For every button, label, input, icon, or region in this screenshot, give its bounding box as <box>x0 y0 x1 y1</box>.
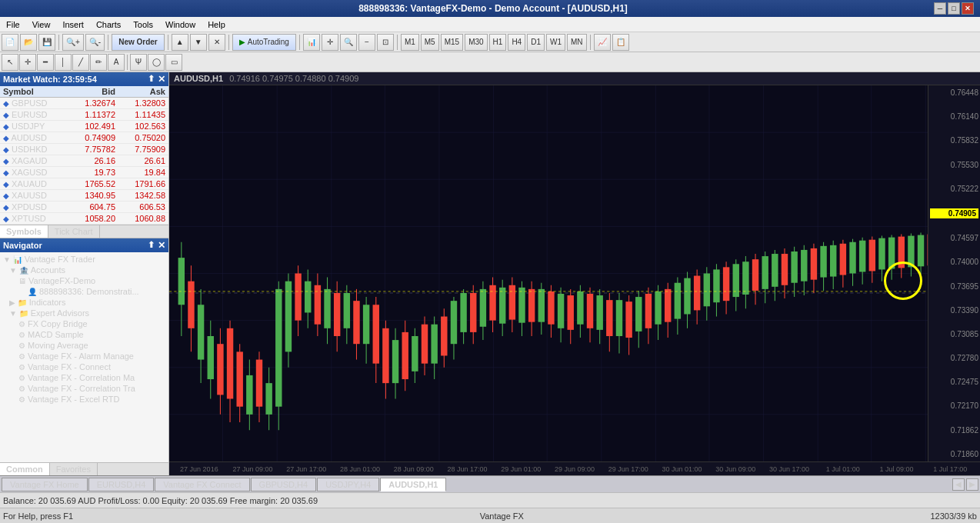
menu-view[interactable]: View <box>26 18 57 31</box>
cursor-button[interactable]: ↖ <box>2 54 18 71</box>
vline-button[interactable]: │ <box>55 54 72 71</box>
zoom-out-button[interactable]: 🔍- <box>85 34 105 51</box>
mw-row[interactable]: ◆ XAGUSD 19.73 19.84 <box>0 167 168 178</box>
menu-insert[interactable]: Insert <box>56 18 90 31</box>
svg-rect-108 <box>587 294 593 328</box>
svg-rect-150 <box>791 252 797 283</box>
close-trade-button[interactable]: ✕ <box>208 34 225 51</box>
time-13: 1 Jul 09:00 <box>870 465 924 473</box>
period-mn[interactable]: MN <box>567 34 587 51</box>
period-d1[interactable]: D1 <box>527 34 545 51</box>
zoom-chart-button[interactable]: 🔍 <box>340 34 357 51</box>
zoom-in-button[interactable]: 🔍+ <box>62 34 84 51</box>
nav-item-8[interactable]: ⚙Moving Average <box>0 340 168 351</box>
maximize-button[interactable]: □ <box>948 2 960 15</box>
nav-item-0[interactable]: ▼ 📊Vantage FX Trader <box>0 254 168 265</box>
nav-item-12[interactable]: ⚙Vantage FX - Correlation Tra <box>0 383 168 394</box>
chart-type-button[interactable]: 📊 <box>303 34 320 51</box>
mw-row[interactable]: ◆ AUDUSD 0.74909 0.75020 <box>0 132 168 144</box>
chart-tab-audusd[interactable]: AUDUSD,H1 <box>380 478 446 491</box>
open-button[interactable]: 📂 <box>20 34 37 51</box>
navigator-scroll[interactable]: ⬆ <box>148 240 155 251</box>
nav-item-7[interactable]: ⚙MACD Sample <box>0 329 168 340</box>
chart-tab-eurusd[interactable]: EURUSD,H4 <box>88 478 155 491</box>
fit-button[interactable]: ⊡ <box>377 34 394 51</box>
nav-item-5[interactable]: ▼ 📁Expert Advisors <box>0 308 168 318</box>
period-h1[interactable]: H1 <box>489 34 507 51</box>
text-button[interactable]: A <box>108 54 125 71</box>
pen-button[interactable]: ✏ <box>90 54 107 71</box>
new-chart-button[interactable]: 📄 <box>2 34 18 51</box>
fib-button[interactable]: Ψ <box>130 54 147 71</box>
svg-rect-80 <box>451 301 457 344</box>
svg-rect-158 <box>830 245 836 277</box>
chart-tab-vfxconnect[interactable]: Vantage FX Connect <box>155 478 249 491</box>
rectangle-button[interactable]: ▭ <box>165 54 182 71</box>
chart-tab-next[interactable]: ▶ <box>966 478 978 491</box>
market-watch-close[interactable]: ✕ <box>158 74 165 85</box>
nav-label-3: 888898336: Demonstrati... <box>39 287 139 296</box>
mw-row[interactable]: ◆ XAUAUD 1765.52 1791.66 <box>0 178 168 190</box>
buy-button[interactable]: ▲ <box>172 34 188 51</box>
market-watch-scroll[interactable]: ⬆ <box>148 74 155 85</box>
new-order-button[interactable]: New Order <box>112 34 165 51</box>
templates-button[interactable]: 📋 <box>612 34 629 51</box>
period-m1[interactable]: M1 <box>401 34 419 51</box>
chart-tab-usdjpy[interactable]: USDJPY,H4 <box>317 478 379 491</box>
chart-tab-prev[interactable]: ◀ <box>952 478 965 491</box>
nav-item-6[interactable]: ⚙FX Copy Bridge <box>0 318 168 329</box>
nav-item-11[interactable]: ⚙Vantage FX - Correlation Ma <box>0 372 168 383</box>
menu-file[interactable]: File <box>0 18 26 31</box>
nav-item-2[interactable]: 🖥VantageFX-Demo <box>0 275 168 286</box>
mw-row[interactable]: ◆ USDHKD 7.75782 7.75909 <box>0 144 168 155</box>
mw-row[interactable]: ◆ GBPUSD 1.32674 1.32803 <box>0 98 168 109</box>
mw-tab-tick[interactable]: Tick Chart <box>48 225 100 238</box>
sell-button[interactable]: ▼ <box>190 34 207 51</box>
nav-item-1[interactable]: ▼ 🏦Accounts <box>0 265 168 275</box>
mw-row[interactable]: ◆ XPDUSD 604.75 606.53 <box>0 202 168 213</box>
mw-row[interactable]: ◆ XAGAUD 26.16 26.61 <box>0 155 168 167</box>
chart-tab-gbpusd[interactable]: GBPUSD,H4 <box>251 478 317 491</box>
period-m15[interactable]: M15 <box>441 34 463 51</box>
nav-item-9[interactable]: ⚙Vantage FX - Alarm Manage <box>0 351 168 361</box>
menu-help[interactable]: Help <box>202 18 232 31</box>
crosshair-button[interactable]: ✛ <box>322 34 338 51</box>
menu-window[interactable]: Window <box>159 18 202 31</box>
nav-item-13[interactable]: ⚙Vantage FX - Excel RTD <box>0 394 168 405</box>
time-1: 27 Jun 09:00 <box>226 465 280 473</box>
broker-name: Vantage FX <box>480 511 524 521</box>
auto-trading-button[interactable]: ▶AutoTrading <box>232 34 296 51</box>
mw-row[interactable]: ◆ XAUUSD 1340.95 1342.58 <box>0 190 168 202</box>
mw-row[interactable]: ◆ EURUSD 1.11372 1.11435 <box>0 109 168 121</box>
trend-button[interactable]: ╱ <box>72 54 89 71</box>
period-h4[interactable]: H4 <box>508 34 525 51</box>
save-button[interactable]: 💾 <box>38 34 55 51</box>
mw-row[interactable]: ◆ USDJPY 102.491 102.563 <box>0 121 168 132</box>
menu-charts[interactable]: Charts <box>90 18 127 31</box>
nav-item-3[interactable]: 👤888898336: Demonstrati... <box>0 286 168 297</box>
chart-tab-vfxhome[interactable]: Vantage FX Home <box>2 478 88 491</box>
chart-canvas-container[interactable]: 0.76448 0.76140 0.75832 0.75530 0.75222 … <box>169 85 980 461</box>
nav-tab-common[interactable]: Common <box>0 463 50 475</box>
close-button[interactable]: ✕ <box>962 2 974 15</box>
ellipse-button[interactable]: ◯ <box>148 54 165 71</box>
period-m5[interactable]: M5 <box>421 34 439 51</box>
nav-item-10[interactable]: ⚙Vantage FX - Connect <box>0 361 168 372</box>
period-w1[interactable]: W1 <box>546 34 565 51</box>
minimize-button[interactable]: ─ <box>934 2 946 15</box>
indicators-button[interactable]: 📈 <box>594 34 611 51</box>
mw-tab-symbols[interactable]: Symbols <box>0 225 48 238</box>
time-4: 28 Jun 09:00 <box>387 465 441 473</box>
crosshair2-button[interactable]: ✛ <box>19 54 36 71</box>
svg-rect-32 <box>217 344 223 395</box>
nav-item-4[interactable]: ▶ 📁Indicators <box>0 297 168 308</box>
price-6: 0.74000 <box>930 258 978 266</box>
hline-button[interactable]: ━ <box>37 54 54 71</box>
price-5: 0.74597 <box>930 234 978 242</box>
navigator-close[interactable]: ✕ <box>158 240 165 251</box>
zoom-minus-button[interactable]: − <box>358 34 375 51</box>
menu-tools[interactable]: Tools <box>127 18 159 31</box>
period-m30[interactable]: M30 <box>465 34 487 51</box>
nav-tab-favorites[interactable]: Favorites <box>50 463 98 475</box>
mw-row[interactable]: ◆ XPTUSD 1058.20 1060.88 <box>0 213 168 225</box>
